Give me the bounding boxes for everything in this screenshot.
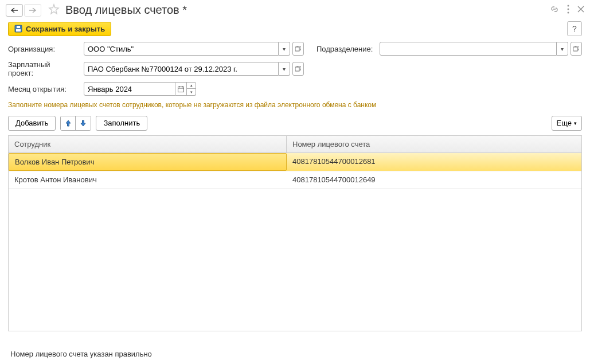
org-open-button[interactable] xyxy=(292,42,304,56)
col-employee[interactable]: Сотрудник xyxy=(9,136,287,152)
star-icon[interactable] xyxy=(48,3,60,17)
svg-rect-8 xyxy=(295,67,299,71)
main-toolbar: Сохранить и закрыть ? xyxy=(0,19,590,42)
status-text: Номер лицевого счета указан правильно xyxy=(10,350,152,358)
status-bar: Номер лицевого счета указан правильно xyxy=(0,344,590,364)
dept-label: Подразделение: xyxy=(317,45,373,53)
open-icon xyxy=(295,46,301,52)
arrow-right-icon xyxy=(29,7,37,13)
project-label: Зарплатный проект: xyxy=(8,60,77,77)
open-icon xyxy=(573,46,579,52)
help-button[interactable]: ? xyxy=(567,21,582,36)
table-toolbar: Добавить Заполнить Еще ▾ xyxy=(8,116,582,131)
svg-point-0 xyxy=(568,5,569,7)
svg-rect-6 xyxy=(295,47,299,51)
month-calendar-button[interactable] xyxy=(175,82,187,96)
svg-rect-5 xyxy=(17,26,20,28)
save-icon xyxy=(14,25,22,33)
link-icon[interactable] xyxy=(550,5,559,15)
project-input[interactable] xyxy=(84,62,279,76)
nav-forward-button[interactable] xyxy=(24,4,41,17)
more-button[interactable]: Еще ▾ xyxy=(552,116,582,131)
month-up-button[interactable]: ▴ xyxy=(187,82,196,89)
arrow-up-icon xyxy=(65,119,72,127)
arrow-left-icon xyxy=(10,7,18,13)
accounts-table: Сотрудник Номер лицевого счета Волков Ив… xyxy=(8,135,582,331)
dept-input[interactable] xyxy=(380,42,557,56)
org-input[interactable] xyxy=(84,42,279,56)
window-title: Ввод лицевых счетов * xyxy=(65,3,187,17)
svg-rect-4 xyxy=(16,29,21,32)
chevron-down-icon: ▾ xyxy=(574,120,577,126)
svg-point-1 xyxy=(568,9,569,10)
col-account[interactable]: Номер лицевого счета xyxy=(287,136,581,152)
add-button[interactable]: Добавить xyxy=(8,116,56,131)
hint-text: Заполните номера лицевых счетов сотрудни… xyxy=(8,100,582,110)
org-label: Организация: xyxy=(8,45,77,53)
move-up-button[interactable] xyxy=(61,116,76,130)
table-row[interactable]: Кротов Антон Иванович4081781054470001264… xyxy=(9,171,581,189)
cell-employee[interactable]: Кротов Антон Иванович xyxy=(9,171,287,188)
dept-open-button[interactable] xyxy=(571,42,582,56)
svg-rect-7 xyxy=(573,47,577,51)
org-dropdown-button[interactable]: ▾ xyxy=(279,42,290,56)
month-down-button[interactable]: ▾ xyxy=(187,89,196,96)
month-label: Месяц открытия: xyxy=(8,85,77,93)
move-down-button[interactable] xyxy=(76,116,91,130)
fill-button[interactable]: Заполнить xyxy=(96,116,147,131)
svg-rect-9 xyxy=(178,87,184,92)
move-arrows-group xyxy=(60,116,91,131)
nav-back-button[interactable] xyxy=(6,4,23,17)
close-icon[interactable] xyxy=(577,6,584,14)
menu-dots-icon[interactable] xyxy=(567,5,569,15)
project-open-button[interactable] xyxy=(292,62,304,76)
table-body: Волков Иван Петрович40817810544700012681… xyxy=(9,153,581,331)
open-icon xyxy=(295,66,301,72)
cell-employee[interactable]: Волков Иван Петрович xyxy=(9,153,287,171)
table-header: Сотрудник Номер лицевого счета xyxy=(9,136,581,153)
cell-account[interactable]: 40817810544700012649 xyxy=(287,171,581,188)
save-and-close-button[interactable]: Сохранить и закрыть xyxy=(8,22,111,36)
save-button-label: Сохранить и закрыть xyxy=(26,25,105,33)
month-input[interactable] xyxy=(84,82,175,96)
form-area: Организация: ▾ Подразделение: ▾ Зарплатн… xyxy=(0,42,590,331)
cell-account[interactable]: 40817810544700012681 xyxy=(287,153,581,171)
arrow-down-icon xyxy=(80,119,87,127)
table-row[interactable]: Волков Иван Петрович40817810544700012681 xyxy=(9,153,581,171)
calendar-icon xyxy=(178,86,184,92)
header-bar: Ввод лицевых счетов * xyxy=(0,0,590,19)
project-dropdown-button[interactable]: ▾ xyxy=(279,62,290,76)
more-button-label: Еще xyxy=(557,119,572,127)
dept-dropdown-button[interactable]: ▾ xyxy=(557,42,568,56)
svg-point-2 xyxy=(568,12,569,14)
